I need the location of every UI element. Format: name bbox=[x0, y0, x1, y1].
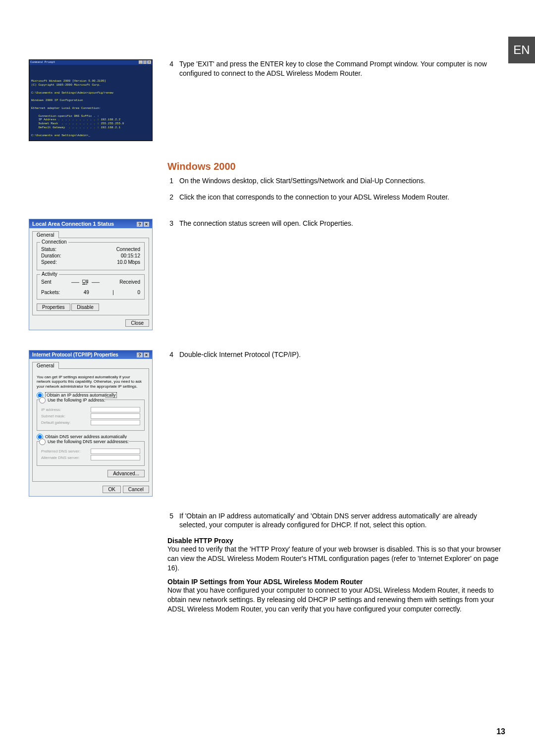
step-number: 1 bbox=[167, 176, 173, 186]
step-3: 3 The connection status screen will open… bbox=[167, 219, 506, 228]
minimize-icon: _ bbox=[139, 60, 143, 64]
alt-dns-label: Alternate DNS server: bbox=[41, 455, 80, 460]
subhead-obtain-ip: Obtain IP Settings from Your ADSL Wirele… bbox=[167, 578, 506, 586]
section-heading: Windows 2000 bbox=[167, 161, 506, 172]
step-4-top: 4 Type 'EXIT' and press the ENTER key to… bbox=[167, 59, 506, 78]
page-content: Command Prompt _□× Microsoft Windows 200… bbox=[29, 59, 506, 629]
duration-label: Duration: bbox=[41, 253, 61, 258]
step-number: 4 bbox=[167, 350, 173, 359]
step-number: 2 bbox=[167, 193, 173, 202]
sent-label: Sent bbox=[41, 279, 52, 285]
dialog-titlebar: Internet Protocol (TCP/IP) Properties ?× bbox=[29, 351, 152, 359]
window-controls: ?× bbox=[136, 352, 149, 357]
step-number: 3 bbox=[167, 219, 173, 228]
subnet-mask-label: Subnet mask: bbox=[41, 414, 65, 418]
received-label: Received bbox=[119, 279, 140, 285]
window-controls: ?× bbox=[136, 221, 149, 227]
packets-label: Packets: bbox=[41, 290, 60, 295]
activity-group-legend: Activity bbox=[40, 271, 59, 277]
packets-recv-value: 0 bbox=[137, 290, 140, 295]
maximize-icon: □ bbox=[143, 60, 147, 64]
advanced-button[interactable]: Advanced... bbox=[107, 470, 145, 477]
step-text: On the Windows desktop, click Start/Sett… bbox=[179, 176, 426, 186]
alt-dns-field[interactable] bbox=[91, 455, 140, 460]
step-number: 5 bbox=[167, 511, 173, 530]
ok-button[interactable]: OK bbox=[103, 486, 120, 493]
radio-manual-ip[interactable]: Use the following IP address: bbox=[39, 397, 105, 403]
tab-general[interactable]: General bbox=[32, 231, 59, 238]
connection-group-legend: Connection bbox=[40, 239, 68, 245]
gateway-label: Default gateway: bbox=[41, 420, 71, 425]
speed-value: 10.0 Mbps bbox=[117, 259, 140, 265]
status-label: Status: bbox=[41, 247, 56, 252]
step-text: Type 'EXIT' and press the ENTER key to c… bbox=[179, 59, 506, 78]
disable-button[interactable]: Disable bbox=[71, 303, 99, 311]
step-5: 5 If 'Obtain an IP address automatically… bbox=[167, 511, 506, 530]
status-dialog-figure: Local Area Connection 1 Status ?× Genera… bbox=[29, 219, 153, 330]
step-number: 4 bbox=[167, 59, 173, 78]
cmd-title: Command Prompt bbox=[30, 60, 55, 64]
status-value: Connected bbox=[116, 247, 140, 252]
speed-label: Speed: bbox=[41, 259, 57, 265]
step-4-mid: 4 Double-click Internet Protocol (TCP/IP… bbox=[167, 350, 506, 359]
step-1: 1 On the Windows desktop, click Start/Se… bbox=[167, 176, 506, 186]
tcpip-description: You can get IP settings assigned automat… bbox=[37, 375, 145, 389]
dialog-titlebar: Local Area Connection 1 Status ?× bbox=[29, 219, 152, 228]
radio-input[interactable] bbox=[39, 397, 46, 403]
radio-input[interactable] bbox=[39, 439, 46, 445]
tcpip-dialog-figure: Internet Protocol (TCP/IP) Properties ?×… bbox=[29, 350, 153, 497]
dialog-title: Local Area Connection 1 Status bbox=[32, 221, 114, 227]
close-icon: × bbox=[144, 222, 149, 227]
language-badge: EN bbox=[508, 37, 535, 63]
ip-address-field[interactable] bbox=[91, 407, 140, 412]
properties-button[interactable]: Properties bbox=[37, 303, 70, 311]
radio-manual-dns[interactable]: Use the following DNS server addresses: bbox=[39, 439, 129, 445]
help-icon: ? bbox=[137, 222, 143, 227]
network-icon: — 🖳 — bbox=[71, 278, 100, 287]
tab-general[interactable]: General bbox=[32, 362, 59, 369]
close-icon: × bbox=[147, 60, 151, 64]
close-button[interactable]: Close bbox=[125, 319, 149, 327]
ip-address-label: IP address: bbox=[41, 407, 61, 412]
step-text: Double-click Internet Protocol (TCP/IP). bbox=[179, 350, 301, 359]
subhead-disable-proxy: Disable HTTP Proxy bbox=[167, 537, 506, 545]
radio-label: Use the following IP address: bbox=[48, 398, 105, 403]
para-obtain-ip: Now that you have configured your comput… bbox=[167, 586, 506, 614]
step-text: The connection status screen will open. … bbox=[179, 219, 353, 228]
subnet-mask-field[interactable] bbox=[91, 413, 140, 419]
step-text: Click the icon that corresponds to the c… bbox=[179, 193, 449, 202]
window-controls: _□× bbox=[138, 60, 151, 64]
pref-dns-label: Preferred DNS server: bbox=[41, 449, 80, 454]
step-text: If 'Obtain an IP address automatically' … bbox=[179, 511, 506, 530]
command-prompt-figure: Command Prompt _□× Microsoft Windows 200… bbox=[29, 59, 153, 141]
cmd-titlebar: Command Prompt _□× bbox=[29, 60, 152, 65]
duration-value: 00:15:12 bbox=[121, 253, 140, 258]
help-icon: ? bbox=[137, 353, 143, 357]
dialog-title: Internet Protocol (TCP/IP) Properties bbox=[32, 352, 118, 357]
cancel-button[interactable]: Cancel bbox=[123, 486, 149, 493]
gateway-field[interactable] bbox=[91, 420, 140, 425]
page-number: 13 bbox=[496, 727, 505, 736]
radio-label: Use the following DNS server addresses: bbox=[48, 439, 129, 444]
step-2: 2 Click the icon that corresponds to the… bbox=[167, 193, 506, 202]
pref-dns-field[interactable] bbox=[91, 449, 140, 454]
para-disable-proxy: You need to verify that the 'HTTP Proxy'… bbox=[167, 545, 506, 573]
cmd-body: Microsoft Windows 2000 [Version 5.00.219… bbox=[31, 79, 150, 137]
packets-sent-value: 49 bbox=[84, 290, 89, 295]
close-icon: × bbox=[144, 353, 149, 357]
